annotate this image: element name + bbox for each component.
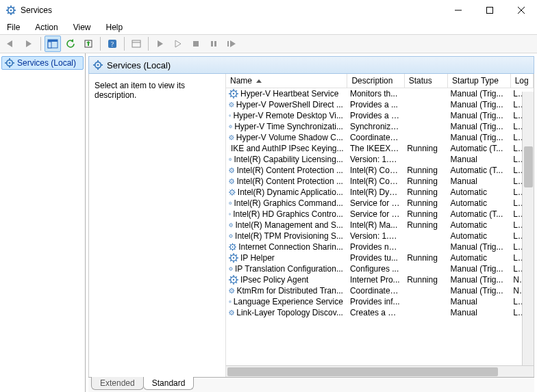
- svg-point-76: [230, 127, 231, 127]
- svg-line-82: [232, 127, 232, 128]
- vertical-scrollbar[interactable]: [522, 92, 534, 365]
- svg-line-174: [232, 224, 233, 224]
- back-button[interactable]: [3, 36, 19, 52]
- tree-item-label: Services (Local): [17, 58, 76, 68]
- start-service-alt-button[interactable]: [170, 36, 186, 52]
- gear-icon: [229, 111, 231, 120]
- service-name: Hyper-V Heartbeat Service: [240, 89, 338, 99]
- table-row[interactable]: IP HelperProvides tu...RunningAutomaticL…: [226, 252, 534, 263]
- svg-line-93: [229, 139, 230, 140]
- gear-icon: [229, 133, 234, 142]
- horizontal-scrollbar[interactable]: [226, 365, 534, 377]
- table-row[interactable]: Language Experience ServiceProvides inf.…: [226, 296, 534, 307]
- service-startup: Automatic: [448, 252, 511, 263]
- table-row[interactable]: Hyper-V Heartbeat ServiceMonitors th...M…: [226, 88, 534, 100]
- restart-service-button[interactable]: [223, 36, 240, 52]
- menu-action[interactable]: Action: [32, 21, 60, 34]
- table-row[interactable]: Hyper-V Remote Desktop Vi...Provides a p…: [226, 110, 534, 121]
- service-status: [404, 296, 447, 307]
- service-name: IP Helper: [240, 253, 275, 263]
- column-header-logon[interactable]: Log: [510, 74, 533, 88]
- tree-item-services-local[interactable]: Services (Local): [1, 56, 84, 70]
- table-row[interactable]: KtmRm for Distributed Tran...Coordinates…: [226, 285, 534, 296]
- service-name: Language Experience Service: [234, 297, 343, 306]
- toolbar: ?: [0, 34, 537, 53]
- service-status: Running: [404, 274, 447, 285]
- maximize-button[interactable]: [474, 0, 505, 21]
- table-row[interactable]: Intel(R) Graphics Command...Service for …: [226, 198, 534, 209]
- table-row[interactable]: Intel(R) Management and S...Intel(R) Ma.…: [226, 220, 534, 231]
- svg-point-166: [231, 224, 232, 225]
- service-name: KtmRm for Distributed Tran...: [237, 286, 343, 296]
- service-startup: Manual: [448, 154, 511, 165]
- export-list-button[interactable]: [80, 36, 97, 52]
- gear-icon: [93, 60, 103, 70]
- service-startup: Automatic (T...: [448, 143, 511, 154]
- gear-icon: [229, 198, 232, 208]
- service-description: Service for I...: [347, 198, 404, 209]
- tab-standard[interactable]: Standard: [143, 377, 195, 390]
- refresh-button[interactable]: [62, 36, 79, 52]
- close-button[interactable]: [505, 0, 537, 21]
- table-row[interactable]: Hyper-V Time Synchronizati...Synchronize…: [226, 121, 534, 132]
- service-startup: Manual: [448, 307, 511, 318]
- svg-rect-11: [487, 8, 493, 14]
- service-startup: Manual (Trig...: [448, 274, 511, 285]
- tree-pane: Services (Local): [0, 53, 86, 392]
- svg-marker-21: [86, 41, 90, 46]
- service-startup: Automatic: [448, 187, 511, 198]
- svg-point-40: [97, 64, 99, 66]
- panel-header-title: Services (Local): [107, 60, 171, 70]
- table-row[interactable]: Intel(R) Dynamic Applicatio...Intel(R) D…: [226, 187, 534, 198]
- forward-button[interactable]: [21, 36, 37, 52]
- pause-service-button[interactable]: [205, 36, 222, 52]
- minimize-button[interactable]: [442, 0, 474, 21]
- panel-header: Services (Local): [88, 56, 534, 74]
- service-status: Running: [404, 209, 447, 220]
- service-startup: Manual (Trig...: [448, 132, 511, 143]
- show-hide-tree-button[interactable]: [45, 36, 61, 52]
- table-row[interactable]: Hyper-V Volume Shadow C...Coordinates...…: [226, 132, 534, 143]
- table-row[interactable]: Intel(R) Content Protection ...Intel(R) …: [226, 176, 534, 187]
- table-row[interactable]: IP Translation Configuration...Configure…: [226, 263, 534, 274]
- table-row[interactable]: Intel(R) Content Protection ...Intel(R) …: [226, 165, 534, 176]
- menu-view[interactable]: View: [71, 21, 94, 34]
- table-row[interactable]: Link-Layer Topology Discov...Creates a N…: [226, 307, 534, 318]
- svg-point-196: [233, 257, 234, 259]
- svg-rect-28: [193, 41, 199, 47]
- svg-line-144: [234, 190, 234, 191]
- table-row[interactable]: IPsec Policy AgentInternet Pro...Running…: [226, 274, 534, 285]
- menu-file[interactable]: File: [4, 21, 23, 34]
- column-header-status[interactable]: Status: [404, 74, 447, 88]
- gear-icon: [229, 264, 233, 274]
- window-title: Services: [21, 5, 52, 15]
- stop-service-button[interactable]: [188, 36, 204, 52]
- svg-line-52: [236, 96, 237, 97]
- column-header-startup[interactable]: Startup Type: [448, 74, 511, 88]
- column-header-name[interactable]: Name: [226, 74, 347, 88]
- service-status: [404, 132, 447, 143]
- table-row[interactable]: IKE and AuthIP IPsec Keying...The IKEEXT…: [226, 143, 534, 154]
- start-service-button[interactable]: [152, 36, 168, 52]
- svg-marker-27: [175, 40, 181, 47]
- gear-icon: [229, 100, 234, 109]
- table-row[interactable]: Intel(R) Capability Licensing...Version:…: [226, 154, 534, 165]
- service-name: Intel(R) Management and S...: [235, 220, 342, 230]
- service-description: Monitors th...: [347, 88, 404, 100]
- table-row[interactable]: Intel(R) TPM Provisioning S...Version: 1…: [226, 231, 534, 241]
- table-row[interactable]: Intel(R) HD Graphics Contro...Service fo…: [226, 209, 534, 220]
- service-status: Running: [404, 165, 447, 176]
- tab-extended[interactable]: Extended: [91, 377, 144, 390]
- table-row[interactable]: Hyper-V PowerShell Direct ...Provides a …: [226, 99, 534, 110]
- column-header-description[interactable]: Description: [347, 74, 404, 88]
- service-status: [404, 307, 447, 318]
- service-description: Synchronize...: [347, 121, 404, 132]
- menu-help[interactable]: Help: [103, 21, 126, 34]
- svg-line-233: [229, 292, 230, 293]
- table-row[interactable]: Internet Connection Sharin...Provides ne…: [226, 241, 534, 252]
- svg-line-173: [229, 226, 230, 226]
- svg-line-202: [236, 260, 237, 261]
- properties-button[interactable]: [128, 36, 145, 52]
- service-startup: Automatic: [448, 220, 511, 231]
- help-button[interactable]: ?: [104, 36, 121, 52]
